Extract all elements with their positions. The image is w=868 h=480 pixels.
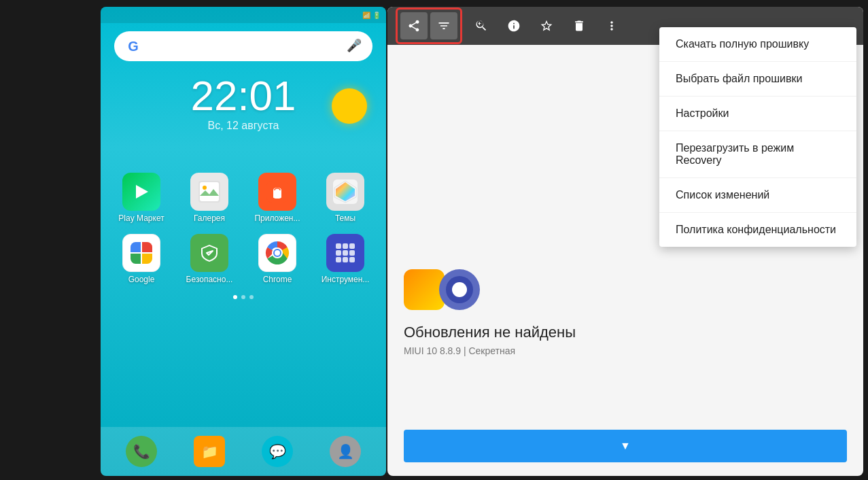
svg-marker-0 bbox=[136, 185, 148, 199]
svg-rect-2 bbox=[200, 182, 219, 201]
tools-icon bbox=[326, 234, 364, 272]
themes-icon bbox=[326, 173, 364, 211]
app-item-tools[interactable]: Инструмен... bbox=[318, 234, 372, 284]
delete-icon bbox=[572, 19, 586, 33]
info-button[interactable] bbox=[500, 12, 527, 39]
themes-label: Темы bbox=[335, 213, 355, 223]
menu-item-changelog[interactable]: Список изменений bbox=[659, 178, 856, 213]
gallery-icon bbox=[190, 173, 228, 211]
phone-mockup: 📶 🔋 G 🎤 22:01 Вс, 12 августа bbox=[101, 7, 386, 476]
app-item-gallery[interactable]: Галерея bbox=[182, 173, 237, 223]
menu-item-select-file[interactable]: Выбрать файл прошивки bbox=[659, 62, 856, 97]
svg-point-13 bbox=[275, 250, 280, 256]
logo-right-core bbox=[452, 282, 467, 297]
gallery-label: Галерея bbox=[194, 213, 225, 223]
bottom-dock: 📞 📁 💬 👤 bbox=[101, 427, 386, 476]
zoom-in-icon bbox=[474, 19, 488, 33]
app-item-apps[interactable]: Приложен... bbox=[250, 173, 305, 223]
chrome-label: Chrome bbox=[263, 275, 292, 284]
app-item-security[interactable]: Безопасно... bbox=[182, 234, 237, 284]
update-status-text: Обновления не найдены bbox=[404, 324, 847, 341]
update-version-text: MIUI 10 8.8.9 | Секретная bbox=[404, 345, 847, 356]
messages-dock-icon[interactable]: 💬 bbox=[262, 436, 293, 467]
files-dock-icon[interactable]: 📁 bbox=[194, 436, 225, 467]
zoom-in-button[interactable] bbox=[468, 12, 495, 39]
apps-bag-svg bbox=[266, 181, 288, 203]
more-button[interactable] bbox=[598, 12, 625, 39]
star-icon bbox=[540, 19, 553, 33]
camera-dock-icon[interactable]: 👤 bbox=[330, 436, 361, 467]
screenshot-container: 📶 🔋 G 🎤 22:01 Вс, 12 августа bbox=[0, 0, 868, 480]
chrome-icon bbox=[258, 234, 296, 272]
phone-status-bar: 📶 🔋 bbox=[101, 7, 386, 23]
phone-dock-icon[interactable]: 📞 bbox=[126, 436, 157, 467]
chrome-svg bbox=[265, 241, 290, 265]
menu-item-privacy[interactable]: Политика конфиденциальности bbox=[659, 213, 856, 247]
tools-grid bbox=[336, 243, 355, 262]
play-triangle-svg bbox=[132, 182, 151, 201]
share-button[interactable] bbox=[400, 12, 428, 39]
google-search-bar[interactable]: G 🎤 bbox=[114, 31, 372, 61]
download-button[interactable]: ▼ bbox=[404, 430, 847, 462]
equalizer-button[interactable] bbox=[430, 12, 457, 39]
apps-icon bbox=[258, 173, 296, 211]
security-icon bbox=[190, 234, 228, 272]
google-label: Google bbox=[128, 275, 155, 284]
google-apps-icon bbox=[122, 234, 160, 272]
dot-1 bbox=[233, 295, 237, 299]
app-grid-row2: Google Безопасно... bbox=[107, 234, 379, 284]
apps-label: Приложен... bbox=[254, 213, 300, 223]
themes-svg bbox=[333, 179, 358, 204]
info-icon bbox=[507, 19, 521, 33]
tools-label: Инструмен... bbox=[322, 275, 370, 284]
dot-2 bbox=[241, 295, 245, 299]
right-panel: Скачать полную прошивку Выбрать файл про… bbox=[387, 7, 863, 476]
app-item-play-market[interactable]: Play Маркет bbox=[114, 173, 169, 223]
download-button-label: ▼ bbox=[620, 440, 631, 452]
menu-item-download-full[interactable]: Скачать полную прошивку bbox=[659, 27, 856, 62]
dot-3 bbox=[249, 295, 254, 299]
logo-right bbox=[439, 269, 480, 310]
svg-point-4 bbox=[203, 186, 207, 190]
delete-button[interactable] bbox=[566, 12, 593, 39]
app-item-chrome[interactable]: Chrome bbox=[250, 234, 305, 284]
context-menu: Скачать полную прошивку Выбрать файл про… bbox=[659, 27, 856, 247]
update-logos bbox=[404, 269, 847, 310]
more-vert-icon bbox=[605, 19, 619, 33]
menu-item-reboot-recovery[interactable]: Перезагрузить в режим Recovery bbox=[659, 131, 856, 178]
app-item-themes[interactable]: Темы bbox=[318, 173, 372, 223]
logo-right-inner bbox=[446, 276, 473, 303]
security-label: Безопасно... bbox=[186, 275, 233, 284]
google-logo-icon: G bbox=[124, 37, 143, 56]
menu-item-settings[interactable]: Настройки bbox=[659, 97, 856, 131]
page-dots bbox=[101, 295, 386, 299]
play-market-icon bbox=[122, 173, 160, 211]
gallery-svg bbox=[198, 181, 220, 203]
app-grid-row1: Play Маркет Галерея bbox=[107, 173, 379, 223]
weather-icon bbox=[332, 88, 367, 124]
logo-left bbox=[404, 269, 445, 310]
shield-svg bbox=[199, 243, 220, 263]
app-item-google[interactable]: Google bbox=[114, 234, 169, 284]
equalizer-icon bbox=[437, 19, 451, 33]
star-button[interactable] bbox=[533, 12, 560, 39]
share-icon bbox=[407, 19, 421, 33]
mic-icon: 🎤 bbox=[347, 38, 363, 54]
toolbar-highlight-box bbox=[396, 7, 462, 44]
play-market-label: Play Маркет bbox=[118, 213, 164, 223]
google-grid bbox=[131, 242, 152, 264]
app-body: Обновления не найдены MIUI 10 8.8.9 | Се… bbox=[387, 256, 863, 370]
